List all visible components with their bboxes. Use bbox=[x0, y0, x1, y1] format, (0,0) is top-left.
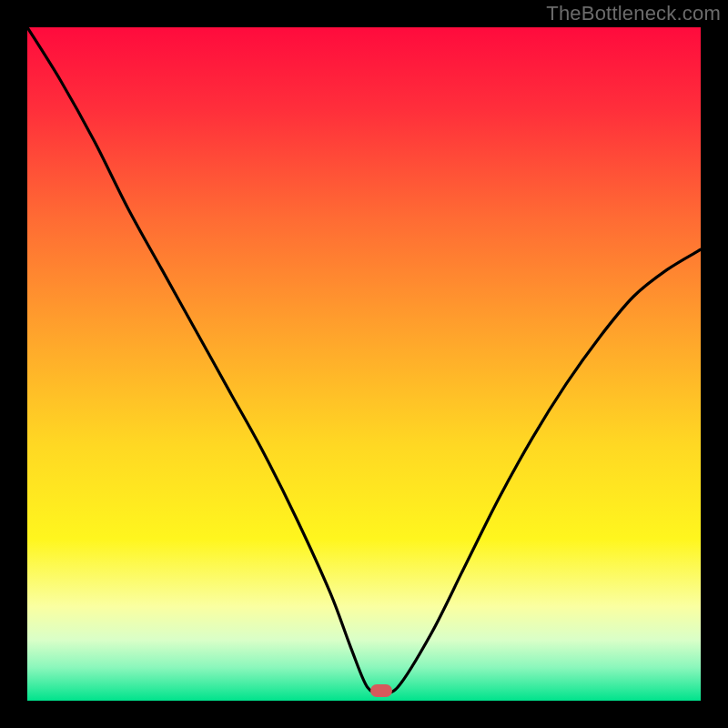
optimal-point-marker bbox=[370, 684, 392, 697]
chart-frame: TheBottleneck.com bbox=[0, 0, 728, 728]
watermark-text: TheBottleneck.com bbox=[546, 2, 721, 25]
bottleneck-curve bbox=[27, 27, 701, 701]
plot-area bbox=[27, 27, 701, 701]
